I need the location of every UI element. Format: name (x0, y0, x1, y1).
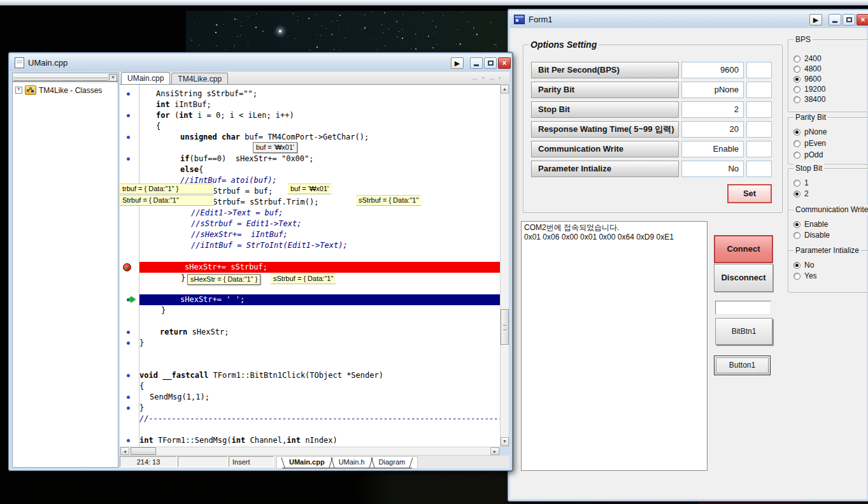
horizontal-scrollbar[interactable]: ◄ ► (120, 447, 500, 456)
button1-button[interactable]: Button1 (714, 356, 771, 375)
editor-tab-UMain.cpp[interactable]: UMain.cpp (121, 72, 170, 84)
set-button[interactable]: Set (727, 184, 772, 203)
close-button[interactable]: × (857, 14, 868, 25)
minimize-button[interactable] (829, 14, 841, 25)
log-line: COM2번에 접속되었습니다. (524, 223, 704, 233)
radio-button-icon (793, 55, 800, 62)
forward-icon[interactable]: → (487, 73, 495, 83)
radio-parameter-intialize-No[interactable]: No (793, 261, 814, 270)
option-label-button[interactable]: Parity Bit (531, 82, 679, 98)
editor-run-button[interactable]: ▶ (451, 57, 464, 69)
code-line: AnsiString sStrbuf=""; (139, 89, 500, 99)
option-value-cell[interactable]: 9600 (681, 62, 744, 78)
editor-close-button[interactable]: × (498, 57, 511, 69)
debug-tooltip: trbuf = { Data:"1" } (120, 184, 214, 194)
radio-label: Enable (804, 220, 828, 229)
radio-parameter-intialize-Yes[interactable]: Yes (793, 271, 817, 280)
option-value-cell[interactable]: No (681, 161, 744, 177)
star (297, 16, 298, 17)
breakpoint-icon[interactable]: ✓ (123, 263, 131, 271)
run-button[interactable]: ▶ (809, 14, 822, 25)
star (377, 49, 378, 50)
option-extra-cell[interactable] (746, 82, 772, 98)
option-label-button[interactable]: Parameter Intialize (531, 161, 679, 177)
option-label-button[interactable]: Response Wating Time( 5~99 입력) (531, 121, 679, 138)
radio-communication-write-Enable[interactable]: Enable (793, 220, 828, 229)
editor-restore-button[interactable] (484, 57, 497, 69)
form1-window-title: Form1 (529, 15, 553, 24)
editor-tab-TM4Like.cpp[interactable]: TM4Like.cpp (171, 73, 228, 84)
form1-titlebar[interactable]: Form1 ▶ × (509, 11, 868, 28)
edit-field[interactable] (715, 301, 771, 315)
option-extra-cell[interactable] (746, 62, 772, 78)
scroll-left-icon[interactable]: ◄ (120, 447, 129, 455)
option-label-button[interactable]: Bit Per Second(BPS) (531, 62, 679, 78)
file-tab-Diagram[interactable]: Diagram (372, 457, 413, 468)
radio-button-icon (793, 129, 800, 136)
radio-label: 2400 (804, 54, 822, 63)
tree-item-tm4like-classes[interactable]: + TM4Like - Classes (13, 82, 118, 95)
radio-parity-bit-pOdd[interactable]: pOdd (793, 150, 823, 159)
editor-titlebar[interactable]: UMain.cpp ▶ × (10, 54, 511, 71)
option-label-button[interactable]: Stop Bit (531, 101, 679, 118)
radio-stop-bit-2[interactable]: 2 (793, 189, 809, 198)
option-value-cell[interactable]: 20 (681, 121, 744, 138)
class-explorer-panel: + TM4Like - Classes (12, 82, 118, 468)
radio-bps-2400[interactable]: 2400 (793, 54, 822, 63)
comm-log-memo[interactable]: COM2번에 접속되었습니다.0x01 0x06 0x00 0x01 0x00 … (521, 221, 708, 471)
editor-minimize-button[interactable] (470, 57, 483, 69)
option-value-cell[interactable]: 2 (681, 101, 744, 118)
forward-caret-icon[interactable]: ▼ (497, 76, 502, 80)
debug-tooltip: sStrbuf = { Data:"1" (271, 273, 336, 284)
radio-bps-38400[interactable]: 38400 (793, 95, 825, 104)
option-label-button[interactable]: Communication Write (531, 141, 679, 157)
star (402, 38, 403, 39)
star (281, 36, 282, 36)
restore-icon (488, 61, 494, 66)
scroll-down-icon[interactable]: ▼ (501, 437, 509, 446)
star (308, 18, 309, 19)
connect-button[interactable]: Connect (714, 235, 773, 263)
file-tab-UMain.h[interactable]: UMain.h (332, 457, 372, 468)
restore-button[interactable] (843, 14, 855, 25)
radio-bps-4800[interactable]: 4800 (793, 64, 822, 73)
radio-group-Parameter Intialize: Parameter IntializeNoYes (788, 250, 868, 292)
star (217, 25, 218, 25)
code-line: int iIntBuf; (139, 99, 500, 110)
star (381, 24, 382, 25)
option-extra-cell[interactable] (746, 141, 772, 157)
code-editor[interactable]: ✓ AnsiString sStrbuf="";int iIntBuf;for … (120, 84, 500, 447)
scroll-up-icon[interactable]: ▲ (501, 85, 509, 94)
option-extra-cell[interactable] (746, 161, 772, 177)
option-value-cell[interactable]: pNone (681, 82, 744, 98)
radio-parity-bit-pEven[interactable]: pEven (793, 139, 826, 148)
option-extra-cell[interactable] (746, 121, 772, 138)
radio-label: Disable (804, 231, 830, 240)
radio-communication-write-Disable[interactable]: Disable (793, 231, 830, 240)
scroll-right-icon[interactable]: ► (490, 447, 499, 455)
radio-parity-bit-pNone[interactable]: pNone (793, 127, 827, 136)
panel-close-icon[interactable]: × (109, 74, 117, 82)
back-icon[interactable]: ← (471, 73, 479, 83)
radio-button-icon (793, 191, 800, 198)
option-extra-cell[interactable] (746, 101, 772, 118)
option-value-cell[interactable]: Enable (681, 141, 744, 157)
back-caret-icon[interactable]: ▼ (481, 76, 485, 80)
star (194, 23, 195, 24)
status-empty-cell (178, 456, 228, 467)
executable-line-dot (127, 114, 130, 117)
vertical-scroll-thumb[interactable] (501, 309, 509, 345)
star (293, 13, 294, 14)
radio-stop-bit-1[interactable]: 1 (793, 178, 809, 187)
options-setting-title: Options Setting (529, 40, 599, 49)
tree-expand-icon[interactable]: + (15, 87, 22, 94)
star (339, 26, 339, 27)
horizontal-scroll-thumb[interactable] (131, 447, 156, 455)
vertical-scrollbar[interactable]: ▲ ▼ (500, 84, 509, 447)
disconnect-button[interactable]: Disconnect (714, 264, 773, 292)
file-tab-UMain.cpp[interactable]: UMain.cpp (282, 457, 332, 468)
bitbtn1-button[interactable]: BitBtn1 (715, 318, 772, 345)
radio-bps-9600[interactable]: 9600 (793, 75, 822, 83)
class-explorer-header[interactable]: × (12, 73, 118, 82)
radio-bps-19200[interactable]: 19200 (793, 85, 825, 94)
